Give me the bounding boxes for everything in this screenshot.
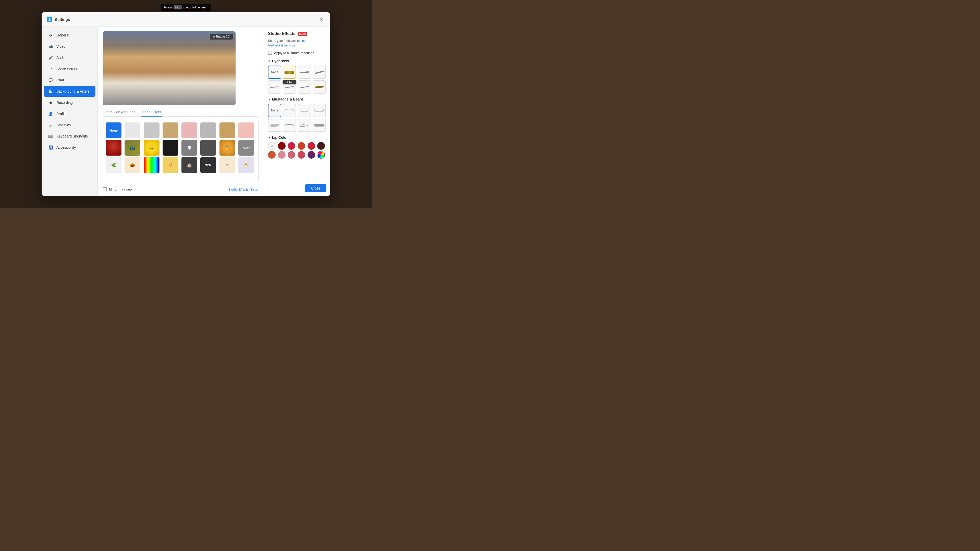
filter-item[interactable]: 🤖: [181, 157, 197, 173]
filter-item[interactable]: [144, 122, 159, 138]
lip-color-rainbow[interactable]: [317, 151, 325, 159]
filter-item[interactable]: ⊕: [181, 140, 197, 156]
rotate-button[interactable]: ↻ Rotate 90°: [210, 34, 233, 40]
filter-item[interactable]: [124, 122, 140, 138]
lip-color-dark-red[interactable]: [278, 142, 286, 150]
statistics-icon: 📊: [48, 122, 53, 128]
filter-item[interactable]: 📺: [124, 140, 140, 156]
eyebrow-straight[interactable]: [298, 65, 311, 79]
lip-color-section-header[interactable]: ▼ Lip Color: [268, 135, 326, 140]
lip-color-grid: ⊘: [268, 142, 326, 159]
sidebar-item-keyboard-shortcuts[interactable]: ⌨ Keyboard Shortcuts: [44, 131, 95, 141]
eyebrow-thin3[interactable]: [298, 80, 311, 94]
esc-key: Esc: [173, 5, 182, 10]
filter-item[interactable]: [106, 140, 121, 156]
sidebar-label-share-screen: Share Screen: [56, 67, 78, 71]
filter-item[interactable]: 🌿: [106, 157, 121, 173]
sidebar-label-general: General: [56, 33, 69, 37]
keyboard-shortcuts-icon: ⌨: [48, 133, 53, 139]
filter-item[interactable]: ☺: [220, 157, 235, 173]
lip-color-bright-red[interactable]: [307, 142, 315, 150]
mirror-checkbox-box[interactable]: [103, 187, 107, 191]
filter-item[interactable]: 😊: [144, 140, 159, 156]
filter-item[interactable]: [200, 122, 216, 138]
sidebar-item-statistics[interactable]: 📊 Statistics: [44, 120, 95, 130]
mustache-1[interactable]: [283, 104, 296, 117]
eyebrow-bold[interactable]: [313, 80, 326, 94]
lip-color-rose[interactable]: [298, 151, 305, 159]
sidebar-label-video: Video: [56, 44, 65, 48]
eyebrow-angled[interactable]: [313, 65, 326, 79]
beta-badge: BETA: [298, 32, 307, 36]
sidebar-item-audio[interactable]: 🎤 Audio: [44, 52, 95, 63]
studio-effects-link[interactable]: Studio Effects (Beta): [228, 187, 259, 191]
share-screen-icon: ↗: [48, 66, 53, 72]
studio-feedback: Share your feedback to beta-feedback@zoo…: [268, 38, 326, 48]
filter-item[interactable]: [162, 140, 178, 156]
lip-color-orange2[interactable]: [268, 151, 275, 159]
apply-future-meetings-checkbox[interactable]: Apply to all future meetings: [268, 51, 326, 55]
mustache-none[interactable]: None: [268, 104, 281, 117]
filter-item[interactable]: [162, 122, 178, 138]
window-close-button[interactable]: ✕: [318, 16, 325, 23]
lip-color-label: Lip Color: [272, 135, 288, 140]
filter-grid-container[interactable]: None 📺 😊 ⊕: [103, 120, 259, 183]
filter-item[interactable]: 🏅: [220, 140, 235, 156]
chat-icon: 💬: [48, 77, 53, 83]
lip-color-dark[interactable]: [317, 142, 325, 150]
sidebar-label-statistics: Statistics: [56, 123, 71, 127]
studio-effects-title: Studio Effects: [268, 32, 296, 36]
sidebar-item-general[interactable]: ⚙ General: [44, 30, 95, 41]
lip-color-orange-red[interactable]: [298, 142, 305, 150]
sidebar-item-background-filters[interactable]: 🖼 Background & Filters: [44, 86, 95, 97]
sidebar-item-recording[interactable]: ⏺ Recording: [44, 97, 95, 108]
mustache-2[interactable]: [298, 104, 311, 117]
filter-item[interactable]: 😷: [239, 157, 254, 173]
filter-item[interactable]: 👁👁: [200, 157, 216, 173]
sidebar-label-chat: Chat: [56, 78, 64, 82]
sidebar-label-profile: Profile: [56, 112, 67, 116]
close-button[interactable]: Close: [305, 184, 326, 192]
mustache-5[interactable]: [283, 119, 296, 132]
filter-item[interactable]: [144, 157, 159, 173]
eyebrow-thin2[interactable]: [283, 80, 296, 94]
mustache-3[interactable]: [313, 104, 326, 117]
mustache-4[interactable]: [268, 119, 281, 132]
mirror-label: Mirror my video: [109, 187, 132, 191]
sidebar-item-chat[interactable]: 💬 Chat: [44, 75, 95, 86]
eyebrow-arch[interactable]: Fit Arch: [283, 65, 296, 79]
sidebar-item-video[interactable]: 📹 Video: [44, 41, 95, 52]
filter-item[interactable]: [220, 122, 235, 138]
filter-item[interactable]: [239, 122, 254, 138]
sidebar-item-profile[interactable]: 👤 Profile: [44, 108, 95, 119]
eyebrow-thin1[interactable]: [268, 80, 281, 94]
filter-item[interactable]: [181, 122, 197, 138]
mustache-6[interactable]: [298, 119, 311, 132]
lip-color-red[interactable]: [288, 142, 295, 150]
apply-label: Apply to all future meetings: [274, 51, 314, 55]
lip-color-mauve[interactable]: [288, 151, 295, 159]
filter-item[interactable]: [200, 140, 216, 156]
mirror-checkbox[interactable]: Mirror my video: [103, 187, 132, 191]
eyebrows-section-header[interactable]: ▼ Eyebrows: [268, 59, 326, 63]
sidebar-item-accessibility[interactable]: ♿ Accessibility: [44, 142, 95, 153]
bottom-controls: Mirror my video Studio Effects (Beta): [103, 186, 259, 191]
lip-color-purple[interactable]: [307, 151, 315, 159]
filter-item[interactable]: Huh?: [239, 140, 254, 156]
sidebar-item-share-screen[interactable]: ↗ Share Screen: [44, 64, 95, 74]
eyebrow-none[interactable]: None: [268, 65, 281, 79]
filter-tabs: Virtual Backgrounds Video Filters: [103, 108, 259, 117]
tab-virtual-backgrounds[interactable]: Virtual Backgrounds: [103, 108, 136, 117]
lip-color-pink[interactable]: [278, 151, 286, 159]
modal-overlay: Z Settings ✕ ⚙ General 📹 Video 🎤 Audio: [0, 0, 372, 208]
filter-item[interactable]: 🍕: [162, 157, 178, 173]
sidebar: ⚙ General 📹 Video 🎤 Audio ↗ Share Screen…: [41, 27, 98, 196]
sidebar-label-recording: Recording: [56, 100, 73, 105]
mustache-section-header[interactable]: ▼ Mustache & Beard: [268, 97, 326, 101]
tab-video-filters[interactable]: Video Filters: [141, 108, 162, 117]
apply-checkbox-box[interactable]: [268, 51, 272, 55]
filter-none[interactable]: None: [106, 122, 121, 138]
mustache-7[interactable]: [313, 119, 326, 132]
filter-item[interactable]: 🎃: [124, 157, 140, 173]
lip-color-none[interactable]: ⊘: [268, 142, 275, 150]
